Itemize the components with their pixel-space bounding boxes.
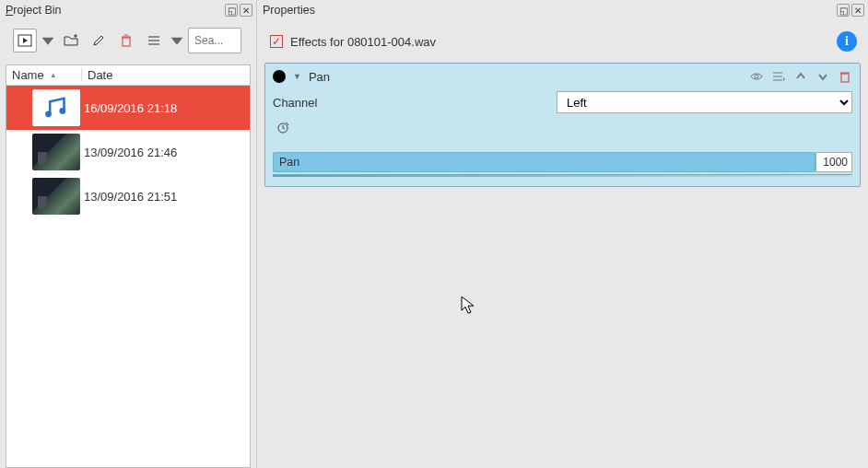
- svg-line-23: [283, 128, 285, 129]
- sort-asc-icon: ▲: [50, 71, 57, 79]
- detach-panel-button[interactable]: ◱: [837, 4, 850, 17]
- svg-rect-19: [841, 74, 849, 82]
- clip-row[interactable]: 13/09/2016 21:46: [6, 130, 250, 174]
- audio-thumbnail-icon: [32, 89, 80, 126]
- column-name-label: Name: [12, 68, 44, 82]
- detach-panel-button[interactable]: ◱: [225, 4, 238, 17]
- properties-header: Properties ◱ ✕: [257, 0, 868, 20]
- keyframe-icon[interactable]: [273, 117, 293, 137]
- svg-marker-1: [23, 38, 28, 43]
- svg-marker-11: [171, 38, 183, 45]
- svg-point-13: [59, 108, 65, 114]
- column-date[interactable]: Date: [82, 68, 250, 82]
- video-thumbnail-icon: [32, 134, 80, 170]
- svg-point-14: [755, 75, 758, 78]
- search-input[interactable]: [188, 28, 241, 53]
- pan-slider-row: Pan 1000: [273, 150, 852, 174]
- effects-for-label: Effects for 080101-004.wav: [290, 35, 837, 49]
- close-panel-button[interactable]: ✕: [851, 4, 864, 17]
- preset-icon[interactable]: [771, 69, 786, 84]
- column-date-label: Date: [88, 68, 112, 82]
- pan-param-label: Pan: [279, 156, 299, 169]
- effect-color-dot[interactable]: [273, 70, 286, 83]
- bin-column-headers: Name ▲ Date: [6, 65, 250, 86]
- channel-label: Channel: [273, 96, 549, 110]
- pan-slider[interactable]: Pan: [273, 152, 815, 172]
- pan-value-input[interactable]: 1000: [815, 152, 852, 172]
- close-panel-button[interactable]: ✕: [240, 4, 252, 17]
- clip-date: 13/09/2016 21:51: [80, 190, 177, 204]
- project-bin-header: Project Bin ◱ ✕: [0, 0, 256, 20]
- project-bin-toolbar: [0, 20, 256, 64]
- svg-marker-2: [42, 38, 54, 45]
- bin-rows: 16/09/2016 21:18 13/09/2016 21:46 13/09/…: [6, 86, 250, 467]
- effect-name: Pan: [309, 70, 742, 84]
- effects-enabled-checkbox[interactable]: ✓: [270, 35, 283, 48]
- info-icon[interactable]: i: [837, 31, 857, 52]
- collapse-icon[interactable]: ▼: [293, 72, 301, 81]
- svg-rect-5: [123, 38, 130, 46]
- clip-row[interactable]: 16/09/2016 21:18: [6, 86, 250, 130]
- project-bin-title: Project Bin: [6, 4, 223, 17]
- effects-toggle-row: ✓ Effects for 080101-004.wav i: [257, 20, 868, 59]
- svg-point-12: [45, 111, 52, 117]
- visibility-icon[interactable]: [749, 69, 764, 84]
- channel-select[interactable]: Left: [557, 91, 852, 113]
- effect-header: ▼ Pan: [273, 69, 852, 84]
- effect-pan: ▼ Pan Channel Left: [264, 63, 861, 187]
- move-up-icon[interactable]: [793, 69, 808, 84]
- column-name[interactable]: Name ▲: [6, 68, 82, 82]
- view-mode-button[interactable]: [142, 29, 166, 53]
- clip-date: 13/09/2016 21:46: [80, 146, 177, 159]
- add-clip-button[interactable]: [13, 29, 37, 53]
- svg-marker-18: [783, 77, 785, 81]
- delete-effect-icon[interactable]: [838, 69, 852, 84]
- channel-row: Channel Left: [273, 91, 852, 113]
- view-mode-dropdown[interactable]: [170, 29, 184, 53]
- pan-underline: [273, 174, 852, 177]
- add-folder-button[interactable]: [59, 29, 83, 53]
- video-thumbnail-icon: [32, 178, 80, 215]
- keyframe-row: [273, 117, 852, 137]
- project-bin-list: Name ▲ Date 16/09/2016 21:18 13/09/2016 …: [6, 64, 251, 468]
- move-down-icon[interactable]: [815, 69, 830, 84]
- clip-date: 16/09/2016 21:18: [80, 101, 177, 115]
- project-bin-panel: Project Bin ◱ ✕ Name ▲: [0, 0, 256, 468]
- delete-clip-button[interactable]: [114, 29, 138, 53]
- edit-clip-button[interactable]: [87, 29, 111, 53]
- clip-row[interactable]: 13/09/2016 21:51: [6, 174, 250, 218]
- add-clip-dropdown[interactable]: [41, 29, 55, 53]
- properties-panel: Properties ◱ ✕ ✓ Effects for 080101-004.…: [256, 0, 868, 468]
- properties-title: Properties: [263, 4, 835, 17]
